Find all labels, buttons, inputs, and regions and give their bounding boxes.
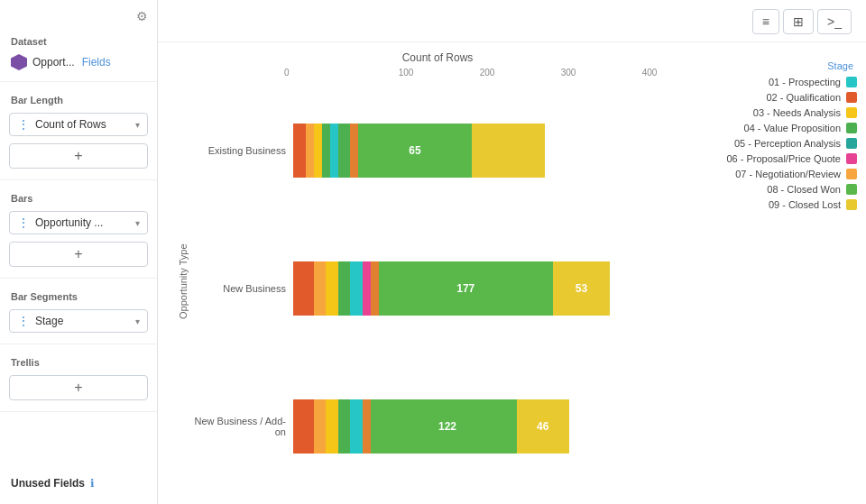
sidebar-top-bar: ⚙ bbox=[0, 9, 157, 31]
legend-color-swatch bbox=[846, 184, 857, 195]
unused-fields-row: Unused Fields ℹ bbox=[0, 472, 157, 495]
legend-item-label: 02 - Qualification bbox=[708, 92, 841, 103]
bar-length-label: Bar Length bbox=[0, 89, 157, 109]
legend-item-label: 08 - Closed Won bbox=[708, 184, 841, 195]
bar-segment bbox=[314, 261, 327, 316]
divider-1 bbox=[0, 81, 157, 82]
grid-view-button[interactable]: ⊞ bbox=[783, 9, 814, 34]
bar-segment bbox=[338, 261, 351, 316]
legend-items: 01 - Prospecting02 - Qualification03 - N… bbox=[708, 77, 857, 210]
bar-track: 12246 bbox=[293, 399, 699, 454]
chart-inner: 0100200300400 Existing Business65New Bus… bbox=[194, 68, 699, 495]
bar-segment bbox=[472, 124, 545, 178]
toolbar: ≡ ⊞ >_ bbox=[158, 0, 866, 42]
legend-color-swatch bbox=[846, 169, 857, 179]
legend-color-swatch bbox=[846, 199, 857, 210]
main-content: ≡ ⊞ >_ Count of Rows Opportunity Type 01… bbox=[158, 0, 866, 504]
drag-icon-3: ⋮ bbox=[17, 314, 30, 328]
bar-segments-dropdown[interactable]: ⋮ Stage ▾ bbox=[9, 309, 148, 333]
bar-segment bbox=[306, 124, 314, 178]
axes-and-bars: Opportunity Type 0100200300400 Existing … bbox=[176, 68, 699, 495]
legend-item: 06 - Proposal/Price Quote bbox=[708, 153, 857, 164]
divider-3 bbox=[0, 278, 157, 279]
bar-segment bbox=[322, 124, 330, 178]
bar-segment bbox=[350, 124, 358, 178]
trellis-add-button[interactable]: + bbox=[9, 375, 148, 400]
legend-item-label: 09 - Closed Lost bbox=[708, 199, 841, 210]
legend-item: 04 - Value Proposition bbox=[708, 123, 857, 133]
bar-segment bbox=[326, 399, 338, 454]
bar-track: 65 bbox=[293, 124, 699, 178]
legend-title: Stage bbox=[708, 60, 857, 71]
code-view-button[interactable]: >_ bbox=[817, 9, 852, 34]
bar-track: 17753 bbox=[293, 261, 699, 316]
legend-item-label: 03 - Needs Analysis bbox=[708, 107, 841, 118]
bar-segment bbox=[371, 399, 379, 454]
bar-segments-value: Stage bbox=[35, 315, 130, 327]
bar-segments-label: Bar Segments bbox=[0, 286, 157, 306]
trellis-label: Trellis bbox=[0, 352, 157, 371]
divider-4 bbox=[0, 344, 157, 344]
info-icon[interactable]: ℹ bbox=[90, 477, 95, 490]
bars-add-button[interactable]: + bbox=[9, 242, 148, 267]
drag-icon-2: ⋮ bbox=[17, 215, 30, 230]
chart-container: Count of Rows Opportunity Type 010020030… bbox=[176, 51, 699, 495]
drag-icon: ⋮ bbox=[17, 117, 30, 132]
x-tick: 100 bbox=[365, 68, 447, 78]
chart-area: Count of Rows Opportunity Type 010020030… bbox=[158, 42, 866, 504]
chevron-down-icon-2: ▾ bbox=[135, 218, 140, 228]
bar-label: New Business bbox=[194, 283, 293, 294]
bar-segment bbox=[326, 261, 338, 316]
dataset-hex-icon bbox=[11, 54, 27, 70]
bars-dropdown[interactable]: ⋮ Opportunity ... ▾ bbox=[9, 211, 148, 234]
bar-segment bbox=[350, 261, 363, 316]
divider-5 bbox=[0, 411, 157, 412]
legend-item-label: 06 - Proposal/Price Quote bbox=[708, 153, 841, 164]
bar-segment bbox=[293, 261, 314, 316]
bar-segment bbox=[350, 399, 363, 454]
bar-label: Existing Business bbox=[194, 145, 293, 156]
gear-icon[interactable]: ⚙ bbox=[136, 9, 148, 23]
legend-color-swatch bbox=[846, 153, 857, 164]
dataset-name[interactable]: Opport... bbox=[32, 56, 75, 69]
bar-length-dropdown[interactable]: ⋮ Count of Rows ▾ bbox=[9, 113, 148, 136]
chart-legend: Stage 01 - Prospecting02 - Qualification… bbox=[699, 51, 857, 495]
x-tick: 200 bbox=[447, 68, 528, 78]
legend-item: 01 - Prospecting bbox=[708, 77, 857, 87]
bar-row: Existing Business65 bbox=[194, 110, 699, 191]
dataset-fields-link[interactable]: Fields bbox=[82, 56, 111, 69]
bar-segment: 65 bbox=[358, 124, 472, 178]
legend-color-swatch bbox=[846, 123, 857, 133]
bar-segment bbox=[314, 124, 322, 178]
legend-item-label: 07 - Negotiation/Review bbox=[708, 169, 841, 179]
bar-length-add-button[interactable]: + bbox=[9, 143, 148, 169]
x-axis: 0100200300400 bbox=[284, 68, 699, 78]
legend-item: 03 - Needs Analysis bbox=[708, 107, 857, 118]
legend-item-label: 04 - Value Proposition bbox=[708, 123, 841, 133]
chart-title: Count of Rows bbox=[176, 51, 699, 64]
legend-item: 08 - Closed Won bbox=[708, 184, 857, 195]
legend-color-swatch bbox=[846, 138, 857, 149]
list-view-button[interactable]: ≡ bbox=[752, 9, 779, 34]
legend-item: 07 - Negotiation/Review bbox=[708, 169, 857, 179]
bars-label: Bars bbox=[0, 188, 157, 207]
dataset-label: Dataset bbox=[0, 31, 157, 50]
bar-segment bbox=[293, 399, 314, 454]
dataset-row: Opport... Fields bbox=[0, 50, 157, 74]
bar-segment bbox=[330, 124, 338, 178]
divider-2 bbox=[0, 179, 157, 180]
y-axis-label: Opportunity Type bbox=[176, 68, 190, 495]
sidebar: ⚙ Dataset Opport... Fields Bar Length ⋮ … bbox=[0, 0, 158, 504]
bar-segment bbox=[338, 124, 351, 178]
bar-segment bbox=[363, 261, 371, 316]
legend-item: 05 - Perception Analysis bbox=[708, 138, 857, 149]
bar-segment: 122 bbox=[379, 399, 517, 454]
bars-section: Existing Business65New Business17753New … bbox=[194, 81, 699, 495]
legend-item: 09 - Closed Lost bbox=[708, 199, 857, 210]
x-tick: 300 bbox=[528, 68, 609, 78]
legend-color-swatch bbox=[846, 92, 857, 103]
bar-segment bbox=[293, 124, 306, 178]
unused-fields-label: Unused Fields bbox=[11, 477, 85, 490]
x-tick: 400 bbox=[609, 68, 690, 78]
legend-item: 02 - Qualification bbox=[708, 92, 857, 103]
